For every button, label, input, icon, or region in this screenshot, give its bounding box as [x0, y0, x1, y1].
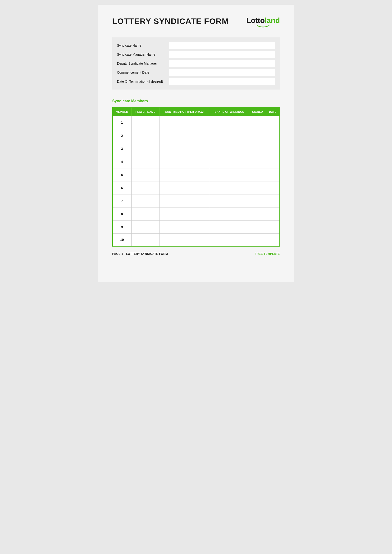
date-cell [266, 194, 280, 207]
contribution-cell [160, 207, 210, 220]
date-cell [266, 207, 280, 220]
player-name-cell [132, 181, 160, 194]
signed-cell [249, 168, 266, 181]
signed-cell [249, 194, 266, 207]
syndicate-manager-label: Syndicate Manager Name [117, 53, 169, 56]
col-contribution: CONTRIBUTION (PER DRAW) [160, 107, 210, 116]
date-cell [266, 155, 280, 168]
col-player-name: PLAYER NAME [132, 107, 160, 116]
footer-right-text: FREE TEMPLATE [255, 252, 280, 256]
share-winnings-cell [210, 220, 249, 233]
player-name-cell [132, 116, 160, 129]
logo-lotto: Lotto [246, 16, 265, 25]
contribution-cell [160, 181, 210, 194]
player-name-cell [132, 233, 160, 246]
date-cell [266, 142, 280, 155]
signed-cell [249, 116, 266, 129]
player-name-cell [132, 194, 160, 207]
date-cell [266, 220, 280, 233]
termination-label: Date Of Termination (if desired) [117, 80, 169, 83]
member-number: 5 [112, 168, 132, 181]
info-section: Syndicate Name Syndicate Manager Name De… [112, 37, 280, 90]
table-row: 3 [112, 142, 280, 155]
deputy-manager-label: Deputy Syndicate Manager [117, 62, 169, 65]
commencement-input[interactable] [169, 69, 275, 76]
members-section: Syndicate Members MEMBER PLAYER NAME CON… [112, 99, 280, 247]
share-winnings-cell [210, 142, 249, 155]
commencement-row: Commencement Date [117, 69, 275, 76]
table-row: 7 [112, 194, 280, 207]
commencement-label: Commencement Date [117, 71, 169, 74]
members-section-title: Syndicate Members [112, 99, 280, 103]
col-date: DATE [266, 107, 280, 116]
player-name-cell [132, 155, 160, 168]
player-name-cell [132, 168, 160, 181]
member-number: 3 [112, 142, 132, 155]
share-winnings-cell [210, 129, 249, 142]
syndicate-manager-input[interactable] [169, 51, 275, 58]
deputy-manager-input[interactable] [169, 60, 275, 67]
member-number: 7 [112, 194, 132, 207]
page-footer: PAGE 1 - LOTTERY SYNDICATE FORM FREE TEM… [112, 252, 280, 256]
contribution-cell [160, 233, 210, 246]
logo-smile-icon [256, 25, 270, 28]
share-winnings-cell [210, 233, 249, 246]
date-cell [266, 181, 280, 194]
share-winnings-cell [210, 168, 249, 181]
signed-cell [249, 233, 266, 246]
table-row: 4 [112, 155, 280, 168]
table-row: 2 [112, 129, 280, 142]
contribution-cell [160, 155, 210, 168]
contribution-cell [160, 168, 210, 181]
signed-cell [249, 207, 266, 220]
contribution-cell [160, 142, 210, 155]
syndicate-name-label: Syndicate Name [117, 44, 169, 47]
table-row: 9 [112, 220, 280, 233]
syndicate-name-input[interactable] [169, 42, 275, 49]
table-header-row: MEMBER PLAYER NAME CONTRIBUTION (PER DRA… [112, 107, 280, 116]
contribution-cell [160, 220, 210, 233]
player-name-cell [132, 207, 160, 220]
signed-cell [249, 142, 266, 155]
signed-cell [249, 220, 266, 233]
page-title: LOTTERY SYNDICATE FORM [112, 17, 229, 26]
col-member: MEMBER [112, 107, 132, 116]
deputy-manager-row: Deputy Syndicate Manager [117, 60, 275, 67]
share-winnings-cell [210, 116, 249, 129]
share-winnings-cell [210, 207, 249, 220]
member-number: 9 [112, 220, 132, 233]
date-cell [266, 168, 280, 181]
date-cell [266, 233, 280, 246]
contribution-cell [160, 116, 210, 129]
signed-cell [249, 129, 266, 142]
table-row: 6 [112, 181, 280, 194]
logo-land: land [265, 16, 280, 25]
footer-left-text: PAGE 1 - LOTTERY SYNDICATE FORM [112, 252, 168, 256]
table-row: 1 [112, 116, 280, 129]
header: LOTTERY SYNDICATE FORM Lottoland [112, 17, 280, 28]
signed-cell [249, 155, 266, 168]
termination-input[interactable] [169, 78, 275, 85]
member-number: 6 [112, 181, 132, 194]
table-row: 5 [112, 168, 280, 181]
members-table: MEMBER PLAYER NAME CONTRIBUTION (PER DRA… [112, 107, 280, 247]
player-name-cell [132, 142, 160, 155]
contribution-cell [160, 194, 210, 207]
syndicate-name-row: Syndicate Name [117, 42, 275, 49]
table-row: 8 [112, 207, 280, 220]
logo-text: Lottoland [246, 17, 280, 24]
member-number: 4 [112, 155, 132, 168]
signed-cell [249, 181, 266, 194]
share-winnings-cell [210, 194, 249, 207]
termination-row: Date Of Termination (if desired) [117, 78, 275, 85]
date-cell [266, 116, 280, 129]
member-number: 10 [112, 233, 132, 246]
member-number: 2 [112, 129, 132, 142]
contribution-cell [160, 129, 210, 142]
player-name-cell [132, 129, 160, 142]
share-winnings-cell [210, 181, 249, 194]
col-share-winnings: SHARE OF WINNINGS [210, 107, 249, 116]
syndicate-manager-row: Syndicate Manager Name [117, 51, 275, 58]
member-number: 1 [112, 116, 132, 129]
table-row: 10 [112, 233, 280, 246]
